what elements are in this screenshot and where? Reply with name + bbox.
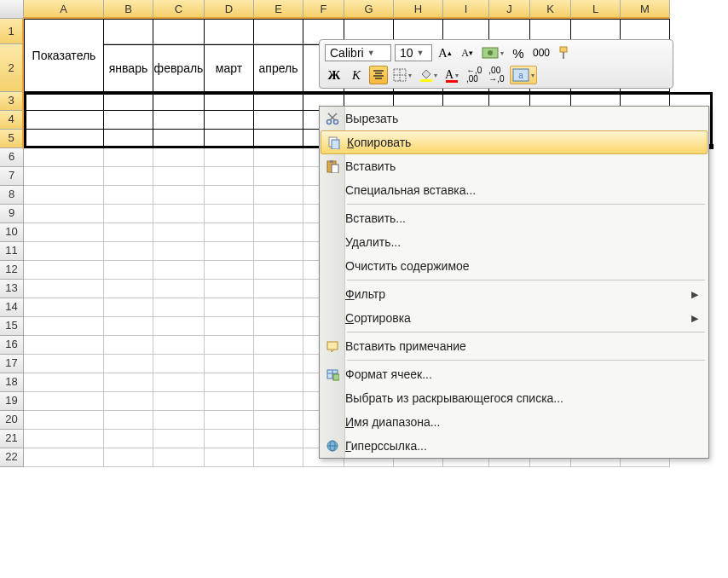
cell-D2[interactable]: март (205, 44, 254, 92)
cell-B5[interactable] (104, 130, 153, 148)
cell-C15[interactable] (153, 317, 205, 336)
cell-A6[interactable] (24, 148, 104, 167)
cell-E2[interactable]: апрель (254, 44, 303, 92)
cm-sort[interactable]: Сортировка ▶ (320, 306, 708, 330)
cell-B2[interactable]: январь (104, 44, 153, 92)
row-header-2[interactable]: 2 (0, 44, 24, 92)
cell-C7[interactable] (153, 167, 205, 186)
cell-A11[interactable] (24, 242, 104, 261)
cell-D7[interactable] (205, 167, 254, 186)
accounting-format-button[interactable]: ▾ (480, 43, 506, 62)
cell-C4[interactable] (153, 111, 205, 130)
cell-A19[interactable] (24, 392, 104, 411)
cell-C18[interactable] (153, 373, 205, 392)
cell-E22[interactable] (254, 448, 303, 467)
fill-color-button[interactable]: ▾ (417, 66, 439, 84)
cell-B7[interactable] (104, 167, 153, 186)
cell-C9[interactable] (153, 205, 205, 223)
col-header-F[interactable]: F (303, 0, 344, 19)
row-header-21[interactable]: 21 (0, 430, 24, 448)
cell-D17[interactable] (205, 355, 254, 373)
cm-paste-special[interactable]: Специальная вставка... (320, 178, 708, 202)
cell-D21[interactable] (205, 430, 254, 448)
row-header-9[interactable]: 9 (0, 205, 24, 223)
cell-C20[interactable] (153, 411, 205, 430)
bold-button[interactable]: Ж (325, 66, 344, 84)
cell-B21[interactable] (104, 430, 153, 448)
cell-D8[interactable] (205, 186, 254, 205)
cell-B15[interactable] (104, 317, 153, 336)
cell-B6[interactable] (104, 148, 153, 167)
cell-B17[interactable] (104, 355, 153, 373)
cell-A9[interactable] (24, 205, 104, 223)
col-header-K[interactable]: K (530, 0, 571, 19)
row-header-7[interactable]: 7 (0, 167, 24, 186)
row-header-1[interactable]: 1 (0, 19, 24, 44)
italic-button[interactable]: К (347, 66, 366, 84)
cm-delete[interactable]: Удалить... (320, 230, 708, 254)
cell-E21[interactable] (254, 430, 303, 448)
cm-copy[interactable]: Копировать (321, 130, 708, 154)
row-header-13[interactable]: 13 (0, 280, 24, 298)
cm-format[interactable]: Формат ячеек... (320, 362, 708, 386)
row-header-15[interactable]: 15 (0, 317, 24, 336)
cell-B12[interactable] (104, 261, 153, 280)
cell-E12[interactable] (254, 261, 303, 280)
cell-E11[interactable] (254, 242, 303, 261)
cell-C17[interactable] (153, 355, 205, 373)
row-header-20[interactable]: 20 (0, 411, 24, 430)
cell-A5[interactable] (24, 130, 104, 148)
cell-C16[interactable] (153, 336, 205, 355)
cell-B16[interactable] (104, 336, 153, 355)
cell-E8[interactable] (254, 186, 303, 205)
row-header-12[interactable]: 12 (0, 261, 24, 280)
row-header-11[interactable]: 11 (0, 242, 24, 261)
decrease-decimal-button[interactable]: ,00→,0 (487, 66, 506, 84)
cell-D14[interactable] (205, 298, 254, 317)
cm-comment[interactable]: Вставить примечание (320, 334, 708, 358)
cell-D18[interactable] (205, 373, 254, 392)
cell-E3[interactable] (254, 92, 303, 111)
col-header-C[interactable]: C (153, 0, 205, 19)
cell-C1[interactable] (153, 19, 205, 44)
format-painter-button[interactable] (555, 43, 574, 62)
cell-C21[interactable] (153, 430, 205, 448)
col-header-A[interactable]: A (24, 0, 104, 19)
col-header-J[interactable]: J (489, 0, 530, 19)
row-header-22[interactable]: 22 (0, 448, 24, 467)
row-header-6[interactable]: 6 (0, 148, 24, 167)
cell-A10[interactable] (24, 223, 104, 242)
cell-C13[interactable] (153, 280, 205, 298)
cell-D20[interactable] (205, 411, 254, 430)
col-header-I[interactable]: I (443, 0, 489, 19)
cell-E18[interactable] (254, 373, 303, 392)
cell-E1[interactable] (254, 19, 303, 44)
cell-A16[interactable] (24, 336, 104, 355)
cell-E6[interactable] (254, 148, 303, 167)
cell-A22[interactable] (24, 448, 104, 467)
cell-C3[interactable] (153, 92, 205, 111)
col-header-B[interactable]: B (104, 0, 153, 19)
thousands-button[interactable]: 000 (531, 43, 552, 62)
font-color-button[interactable]: A ▾ (442, 66, 461, 84)
cell-B3[interactable] (104, 92, 153, 111)
cell-E5[interactable] (254, 130, 303, 148)
cell-E7[interactable] (254, 167, 303, 186)
row-header-3[interactable]: 3 (0, 92, 24, 111)
merge-center-button[interactable]: a ▾ (510, 66, 537, 84)
col-header-L[interactable]: L (571, 0, 621, 19)
cell-A21[interactable] (24, 430, 104, 448)
row-header-8[interactable]: 8 (0, 186, 24, 205)
cm-name-range[interactable]: Имя диапазона... (320, 410, 708, 434)
cell-E13[interactable] (254, 280, 303, 298)
cell-D13[interactable] (205, 280, 254, 298)
cell-C6[interactable] (153, 148, 205, 167)
center-align-button[interactable] (369, 66, 388, 84)
cell-E10[interactable] (254, 223, 303, 242)
cell-C12[interactable] (153, 261, 205, 280)
cm-cut[interactable]: Вырезать (320, 107, 708, 130)
cm-hyperlink[interactable]: Гиперссылка... (320, 434, 708, 458)
cell-A18[interactable] (24, 373, 104, 392)
cell-E17[interactable] (254, 355, 303, 373)
cell-B14[interactable] (104, 298, 153, 317)
